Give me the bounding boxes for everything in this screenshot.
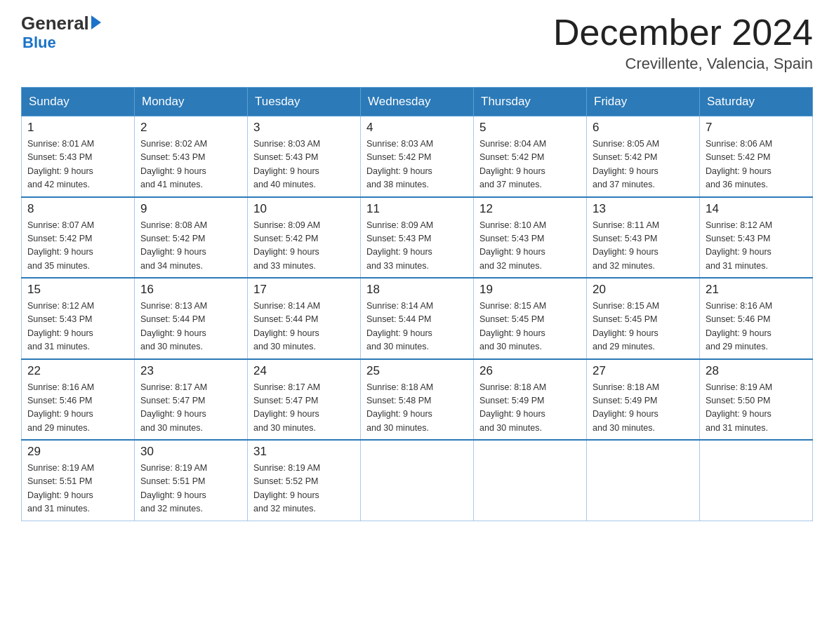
logo-triangle-icon (91, 15, 101, 29)
day-number: 11 (366, 202, 468, 216)
weekday-header-friday: Friday (587, 88, 700, 116)
calendar-day-cell: 23Sunrise: 8:17 AMSunset: 5:47 PMDayligh… (135, 359, 248, 441)
calendar-day-cell: 11Sunrise: 8:09 AMSunset: 5:43 PMDayligh… (361, 197, 474, 279)
day-number: 8 (27, 202, 128, 216)
day-info: Sunrise: 8:12 AMSunset: 5:43 PMDaylight:… (27, 300, 128, 354)
calendar-day-cell: 12Sunrise: 8:10 AMSunset: 5:43 PMDayligh… (474, 197, 587, 279)
calendar-day-cell: 3Sunrise: 8:03 AMSunset: 5:43 PMDaylight… (248, 116, 361, 197)
day-info: Sunrise: 8:07 AMSunset: 5:42 PMDaylight:… (27, 219, 128, 274)
calendar-day-cell: 2Sunrise: 8:02 AMSunset: 5:43 PMDaylight… (135, 116, 248, 197)
day-info: Sunrise: 8:01 AMSunset: 5:43 PMDaylight:… (27, 137, 128, 192)
calendar-day-cell: 26Sunrise: 8:18 AMSunset: 5:49 PMDayligh… (474, 359, 587, 441)
calendar-table: SundayMondayTuesdayWednesdayThursdayFrid… (21, 87, 813, 521)
day-info: Sunrise: 8:03 AMSunset: 5:43 PMDaylight:… (253, 137, 355, 192)
calendar-day-cell: 18Sunrise: 8:14 AMSunset: 5:44 PMDayligh… (361, 278, 474, 359)
day-info: Sunrise: 8:17 AMSunset: 5:47 PMDaylight:… (140, 381, 241, 436)
day-info: Sunrise: 8:10 AMSunset: 5:43 PMDaylight:… (479, 219, 581, 274)
day-number: 20 (593, 283, 694, 297)
day-number: 15 (27, 283, 128, 297)
calendar-day-cell: 21Sunrise: 8:16 AMSunset: 5:46 PMDayligh… (700, 278, 813, 359)
day-number: 18 (366, 283, 468, 297)
day-info: Sunrise: 8:03 AMSunset: 5:42 PMDaylight:… (366, 137, 468, 192)
day-number: 23 (140, 364, 241, 378)
day-info: Sunrise: 8:17 AMSunset: 5:47 PMDaylight:… (253, 381, 355, 436)
day-number: 12 (479, 202, 581, 216)
day-info: Sunrise: 8:16 AMSunset: 5:46 PMDaylight:… (27, 381, 128, 436)
calendar-day-cell: 17Sunrise: 8:14 AMSunset: 5:44 PMDayligh… (248, 278, 361, 359)
day-info: Sunrise: 8:13 AMSunset: 5:44 PMDaylight:… (140, 300, 241, 354)
day-number: 26 (479, 364, 581, 378)
calendar-week-row: 22Sunrise: 8:16 AMSunset: 5:46 PMDayligh… (22, 359, 813, 441)
day-number: 28 (706, 364, 807, 378)
calendar-day-cell: 4Sunrise: 8:03 AMSunset: 5:42 PMDaylight… (361, 116, 474, 197)
calendar-day-cell: 8Sunrise: 8:07 AMSunset: 5:42 PMDaylight… (22, 197, 135, 279)
day-number: 9 (140, 202, 241, 216)
calendar-day-cell: 25Sunrise: 8:18 AMSunset: 5:48 PMDayligh… (361, 359, 474, 441)
day-info: Sunrise: 8:05 AMSunset: 5:42 PMDaylight:… (593, 137, 694, 192)
logo-blue-text: Blue (22, 34, 56, 52)
calendar-day-cell: 19Sunrise: 8:15 AMSunset: 5:45 PMDayligh… (474, 278, 587, 359)
calendar-day-cell: 20Sunrise: 8:15 AMSunset: 5:45 PMDayligh… (587, 278, 700, 359)
day-info: Sunrise: 8:19 AMSunset: 5:50 PMDaylight:… (706, 381, 807, 436)
calendar-day-cell (587, 440, 700, 521)
day-info: Sunrise: 8:06 AMSunset: 5:42 PMDaylight:… (706, 137, 807, 192)
calendar-day-cell: 15Sunrise: 8:12 AMSunset: 5:43 PMDayligh… (22, 278, 135, 359)
calendar-day-cell: 10Sunrise: 8:09 AMSunset: 5:42 PMDayligh… (248, 197, 361, 279)
day-info: Sunrise: 8:15 AMSunset: 5:45 PMDaylight:… (479, 300, 581, 354)
calendar-day-cell: 30Sunrise: 8:19 AMSunset: 5:51 PMDayligh… (135, 440, 248, 521)
day-info: Sunrise: 8:19 AMSunset: 5:52 PMDaylight:… (253, 462, 355, 516)
day-info: Sunrise: 8:18 AMSunset: 5:49 PMDaylight:… (593, 381, 694, 436)
weekday-header-sunday: Sunday (22, 88, 135, 116)
day-number: 24 (253, 364, 355, 378)
day-number: 5 (479, 121, 581, 135)
calendar-week-row: 8Sunrise: 8:07 AMSunset: 5:42 PMDaylight… (22, 197, 813, 279)
weekday-header-thursday: Thursday (474, 88, 587, 116)
month-title: December 2024 (553, 14, 813, 51)
day-number: 19 (479, 283, 581, 297)
calendar-day-cell: 29Sunrise: 8:19 AMSunset: 5:51 PMDayligh… (22, 440, 135, 521)
calendar-week-row: 29Sunrise: 8:19 AMSunset: 5:51 PMDayligh… (22, 440, 813, 521)
calendar-week-row: 1Sunrise: 8:01 AMSunset: 5:43 PMDaylight… (22, 116, 813, 197)
calendar-week-row: 15Sunrise: 8:12 AMSunset: 5:43 PMDayligh… (22, 278, 813, 359)
day-number: 14 (706, 202, 807, 216)
day-number: 31 (253, 445, 355, 459)
calendar-day-cell: 5Sunrise: 8:04 AMSunset: 5:42 PMDaylight… (474, 116, 587, 197)
day-info: Sunrise: 8:18 AMSunset: 5:49 PMDaylight:… (479, 381, 581, 436)
weekday-header-wednesday: Wednesday (361, 88, 474, 116)
day-info: Sunrise: 8:12 AMSunset: 5:43 PMDaylight:… (706, 219, 807, 274)
weekday-header-monday: Monday (135, 88, 248, 116)
day-info: Sunrise: 8:14 AMSunset: 5:44 PMDaylight:… (366, 300, 468, 354)
day-number: 7 (706, 121, 807, 135)
calendar-day-cell: 16Sunrise: 8:13 AMSunset: 5:44 PMDayligh… (135, 278, 248, 359)
day-number: 2 (140, 121, 241, 135)
calendar-day-cell: 6Sunrise: 8:05 AMSunset: 5:42 PMDaylight… (587, 116, 700, 197)
day-number: 6 (593, 121, 694, 135)
calendar-day-cell: 13Sunrise: 8:11 AMSunset: 5:43 PMDayligh… (587, 197, 700, 279)
calendar-day-cell (361, 440, 474, 521)
logo: General Blue (21, 14, 101, 52)
day-number: 29 (27, 445, 128, 459)
calendar-day-cell: 27Sunrise: 8:18 AMSunset: 5:49 PMDayligh… (587, 359, 700, 441)
weekday-header-saturday: Saturday (700, 88, 813, 116)
day-info: Sunrise: 8:19 AMSunset: 5:51 PMDaylight:… (27, 462, 128, 516)
calendar-day-cell: 1Sunrise: 8:01 AMSunset: 5:43 PMDaylight… (22, 116, 135, 197)
calendar-day-cell: 24Sunrise: 8:17 AMSunset: 5:47 PMDayligh… (248, 359, 361, 441)
day-info: Sunrise: 8:19 AMSunset: 5:51 PMDaylight:… (140, 462, 241, 516)
day-number: 1 (27, 121, 128, 135)
day-info: Sunrise: 8:14 AMSunset: 5:44 PMDaylight:… (253, 300, 355, 354)
day-info: Sunrise: 8:16 AMSunset: 5:46 PMDaylight:… (706, 300, 807, 354)
day-info: Sunrise: 8:09 AMSunset: 5:43 PMDaylight:… (366, 219, 468, 274)
calendar-day-cell (700, 440, 813, 521)
calendar-day-cell: 7Sunrise: 8:06 AMSunset: 5:42 PMDaylight… (700, 116, 813, 197)
day-number: 13 (593, 202, 694, 216)
day-number: 30 (140, 445, 241, 459)
day-number: 17 (253, 283, 355, 297)
weekday-header-row: SundayMondayTuesdayWednesdayThursdayFrid… (22, 88, 813, 116)
calendar-day-cell: 31Sunrise: 8:19 AMSunset: 5:52 PMDayligh… (248, 440, 361, 521)
calendar-day-cell: 9Sunrise: 8:08 AMSunset: 5:42 PMDaylight… (135, 197, 248, 279)
calendar-day-cell: 28Sunrise: 8:19 AMSunset: 5:50 PMDayligh… (700, 359, 813, 441)
day-number: 22 (27, 364, 128, 378)
day-info: Sunrise: 8:15 AMSunset: 5:45 PMDaylight:… (593, 300, 694, 354)
day-info: Sunrise: 8:04 AMSunset: 5:42 PMDaylight:… (479, 137, 581, 192)
day-number: 3 (253, 121, 355, 135)
